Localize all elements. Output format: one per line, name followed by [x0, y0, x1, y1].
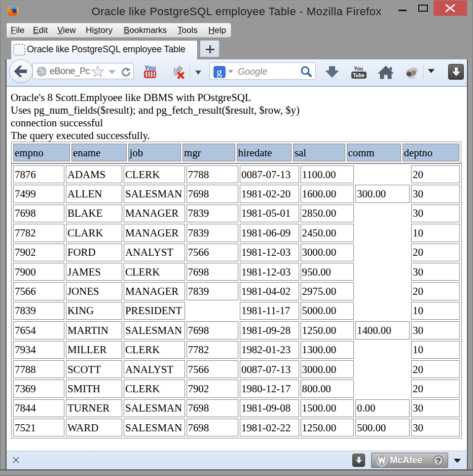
svg-text:Tube: Tube — [353, 73, 365, 78]
svg-text:You: You — [354, 66, 363, 72]
svg-text:You: You — [144, 64, 156, 72]
